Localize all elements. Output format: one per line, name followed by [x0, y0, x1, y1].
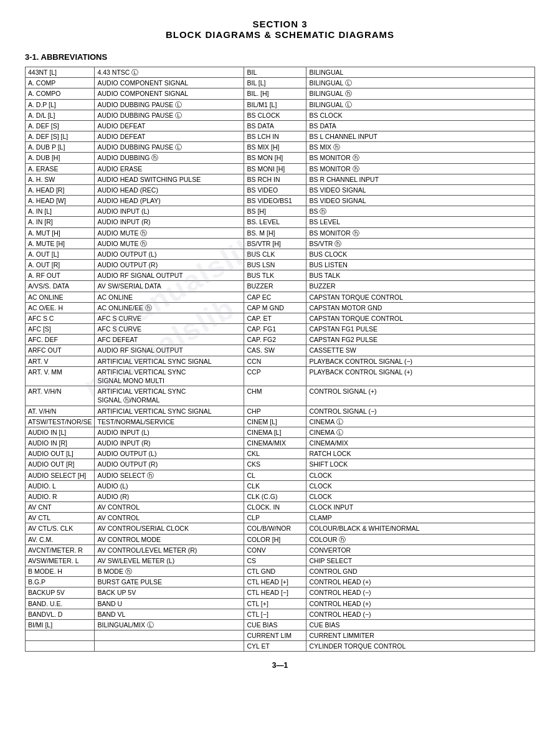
- section-title-line1: SECTION 3: [25, 19, 535, 29]
- left-abbrev: AUDIO IN [L]: [26, 427, 95, 437]
- table-row: A. H. SWAUDIO HEAD SWITCHING PULSEBS RCH…: [26, 174, 535, 184]
- table-row: BACKUP 5VBACK UP 5VCTL HEAD [−]CONTROL H…: [26, 587, 535, 598]
- right-abbrev: CTL HEAD [−]: [244, 587, 306, 598]
- left-abbrev: ATSW/TEST/NOR/SE: [26, 416, 95, 427]
- left-definition: AUDIO (L): [95, 480, 244, 491]
- table-row: A. DUB [H]AUDIO DUBBING ⓗBS MON [H]BS MO…: [26, 153, 535, 163]
- right-definition: PLAYBACK CONTROL SIGNAL (−): [306, 356, 535, 366]
- left-definition: AV CONTROL: [95, 502, 244, 513]
- left-abbrev: BAND. U.E.: [26, 598, 95, 609]
- right-definition: CAPSTAN TORQUE CONTROL: [306, 313, 535, 323]
- left-definition: AUDIO (R): [95, 491, 244, 501]
- right-definition: BS MONITOR ⓗ: [306, 163, 535, 174]
- right-abbrev: CONV: [244, 544, 306, 555]
- right-abbrev: CAP. FG1: [244, 324, 306, 335]
- left-abbrev: A. DUB P [L]: [26, 142, 95, 153]
- page-header: SECTION 3 BLOCK DIAGRAMS & SCHEMATIC DIA…: [25, 19, 535, 40]
- left-abbrev: A. D/L [L]: [26, 110, 95, 120]
- table-row: A. MUT [H]AUDIO MUTE ⓗBS. M [H]BS MONITO…: [26, 227, 535, 238]
- table-row: AFC. DEFAFC DEFEATCAP. FG2CAPSTAN FG2 PU…: [26, 335, 535, 345]
- right-definition: BS MONITOR ⓗ: [306, 227, 535, 238]
- left-definition: AUDIO INPUT (L): [95, 427, 244, 437]
- right-abbrev: BS MON [H]: [244, 153, 306, 163]
- right-definition: CONTROL HEAD (+): [306, 598, 535, 609]
- left-abbrev: A. ERASE: [26, 163, 95, 174]
- left-definition: AUDIO OUTPUT (R): [95, 260, 244, 270]
- right-abbrev: BS RCH IN: [244, 174, 306, 184]
- right-abbrev: CLK (C.G): [244, 491, 306, 501]
- left-abbrev: AC ONLINE: [26, 292, 95, 302]
- table-row: CYL ETCYLINDER TORQUE CONTROL: [26, 641, 535, 652]
- right-abbrev: CHP: [244, 406, 306, 416]
- table-row: AUDIO. LAUDIO (L)CLKCLOCK: [26, 480, 535, 491]
- table-row: A. ERASEAUDIO ERASEBS MONI [H]BS MONITOR…: [26, 163, 535, 174]
- left-abbrev: A. MUTE [H]: [26, 238, 95, 249]
- left-definition: AFC S CURVE: [95, 313, 244, 323]
- left-abbrev: A. COMP: [26, 78, 95, 88]
- left-definition: AUDIO HEAD (PLAY): [95, 196, 244, 206]
- left-abbrev: A. DEF [S]: [26, 120, 95, 131]
- right-definition: CASSETTE SW: [306, 345, 535, 356]
- left-abbrev: A. IN [R]: [26, 217, 95, 227]
- right-abbrev: BUS LSN: [244, 260, 306, 270]
- left-definition: BAND U: [95, 598, 244, 609]
- right-abbrev: BUS TLK: [244, 270, 306, 281]
- right-abbrev: CTL HEAD [+]: [244, 577, 306, 587]
- left-definition: [95, 641, 244, 652]
- left-definition: AUDIO DUBBING PAUSE Ⓛ: [95, 110, 244, 120]
- table-row: AUDIO OUT [R]AUDIO OUTPUT (R)CKSSHIFT LO…: [26, 459, 535, 470]
- left-definition: ARTIFICIAL VERTICAL SYNC SIGNAL: [95, 356, 244, 366]
- right-definition: PLAYBACK CONTROL SIGNAL (+): [306, 366, 535, 386]
- right-abbrev: BS MIX [H]: [244, 142, 306, 153]
- left-definition: AUDIO COMPONENT SIGNAL: [95, 88, 244, 99]
- right-definition: BILINGUAL: [306, 67, 535, 78]
- right-abbrev: CLK: [244, 480, 306, 491]
- left-abbrev: AVCNT/METER. R: [26, 544, 95, 555]
- left-abbrev: A/VS/S. DATA: [26, 281, 95, 292]
- left-definition: AV SW/LEVEL METER (L): [95, 555, 244, 566]
- table-row: BI/MI [L]BILINGUAL/MIX ⓁCUE BIASCUE BIAS: [26, 619, 535, 630]
- right-abbrev: CINEMA/MIX: [244, 438, 306, 449]
- left-abbrev: 443NT [L]: [26, 67, 95, 78]
- table-row: B MODE. HB MODE ⓗCTL GNDCONTROL GND: [26, 566, 535, 577]
- right-abbrev: CS: [244, 555, 306, 566]
- table-row: BAND. U.E.BAND UCTL [+]CONTROL HEAD (+): [26, 598, 535, 609]
- right-abbrev: CYL ET: [244, 641, 306, 652]
- right-definition: BUS LISTEN: [306, 260, 535, 270]
- table-row: AV CNTAV CONTROLCLOCK. INCLOCK INPUT: [26, 502, 535, 513]
- left-abbrev: AV CTL/S. CLK: [26, 523, 95, 534]
- right-abbrev: BS VIDEO/BS1: [244, 196, 306, 206]
- left-abbrev: AUDIO OUT [L]: [26, 449, 95, 459]
- left-definition: AFC DEFEAT: [95, 335, 244, 345]
- table-row: BANDVL. DBAND VLCTL [−]CONTROL HEAD (−): [26, 609, 535, 619]
- left-abbrev: AVSW/METER. L: [26, 555, 95, 566]
- right-definition: BS ⓗ: [306, 206, 535, 217]
- right-abbrev: CAP. ET: [244, 313, 306, 323]
- left-definition: AV CONTROL/LEVEL METER (R): [95, 544, 244, 555]
- abbreviations-heading: 3-1. ABBREVIATIONS: [25, 52, 107, 62]
- page-footer: 3—1: [25, 661, 535, 670]
- table-row: A. D.P [L]AUDIO DUBBING PAUSE ⓁBIL/M1 [L…: [26, 99, 535, 110]
- right-definition: BUS CLOCK: [306, 249, 535, 259]
- right-abbrev: CLP: [244, 513, 306, 523]
- abbreviations-table: 443NT [L]4.43 NTSC ⓁBILBILINGUALA. COMPA…: [25, 67, 535, 652]
- left-abbrev: AC O/EE. H: [26, 302, 95, 313]
- left-abbrev: AUDIO SELECT [H]: [26, 470, 95, 480]
- right-definition: SHIFT LOCK: [306, 459, 535, 470]
- table-row: A. OUT [R]AUDIO OUTPUT (R)BUS LSNBUS LIS…: [26, 260, 535, 270]
- left-abbrev: AV CNT: [26, 502, 95, 513]
- table-row: AV CTLAV CONTROLCLPCLAMP: [26, 513, 535, 523]
- left-definition: TEST/NORMAL/SERVICE: [95, 416, 244, 427]
- left-definition: AUDIO OUTPUT (L): [95, 249, 244, 259]
- right-definition: BUZZER: [306, 281, 535, 292]
- right-abbrev: BIL: [244, 67, 306, 78]
- table-row: AV CTL/S. CLKAV CONTROL/SERIAL CLOCKCOL/…: [26, 523, 535, 534]
- right-definition: COLOUR ⓗ: [306, 534, 535, 544]
- left-definition: AFC S CURVE: [95, 324, 244, 335]
- left-definition: AUDIO MUTE ⓗ: [95, 238, 244, 249]
- table-row: AFC [S]AFC S CURVECAP. FG1CAPSTAN FG1 PU…: [26, 324, 535, 335]
- left-definition: BILINGUAL/MIX Ⓛ: [95, 619, 244, 630]
- left-abbrev: AUDIO OUT [R]: [26, 459, 95, 470]
- right-definition: CONTROL SIGNAL (+): [306, 386, 535, 406]
- page-number: 3—1: [272, 661, 288, 670]
